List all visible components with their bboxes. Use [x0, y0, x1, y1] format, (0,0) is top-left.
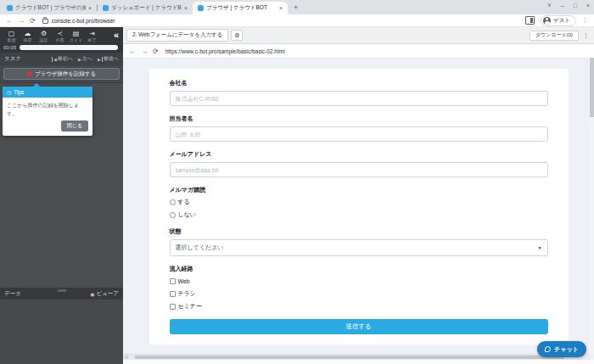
horizontal-scrollbar-handle[interactable]: [135, 356, 564, 359]
task-section-header: タスク ◀ 最初へ ▶ 次へ ▶ 最後へ: [0, 53, 123, 65]
task-header-label: タスク: [4, 55, 21, 63]
skip-to-first-icon: ◀: [52, 57, 57, 62]
vertical-scrollbar[interactable]: [590, 58, 594, 355]
share-icon: ≺: [57, 30, 63, 37]
close-icon[interactable]: ×: [88, 5, 92, 11]
tips-tooltip: ◷ Tips ここから操作の記録を開始します。 閉じる: [3, 87, 92, 136]
new-tab-button[interactable]: +: [294, 3, 298, 12]
side-panel-icon[interactable]: [525, 16, 535, 25]
checkbox-icon[interactable]: [170, 278, 176, 284]
record-row: ブラウザ操作を記録する: [0, 65, 123, 83]
company-name-input[interactable]: [170, 91, 548, 106]
channel-group: 流入経路 Web チラシ セミナー: [170, 265, 548, 311]
option-label: Web: [178, 278, 190, 284]
vertical-scrollbar-handle[interactable]: [590, 58, 594, 117]
go-first-button[interactable]: ◀ 最初へ: [52, 55, 73, 63]
go-next-button[interactable]: ▶ 次へ: [78, 55, 92, 63]
lock-icon: [42, 19, 48, 24]
scroll-left-button[interactable]: [125, 356, 128, 359]
back-icon[interactable]: ←: [6, 17, 13, 25]
forward-icon[interactable]: →: [141, 48, 148, 55]
download-kebab-icon[interactable]: ⋮: [583, 32, 589, 39]
address-bar[interactable]: console.c-bot.pro/browser: [42, 17, 115, 24]
download-button[interactable]: ダウンロード(0): [530, 31, 579, 41]
tab-dashboard[interactable]: ダッシュボード | クラウドBOT ×: [98, 2, 193, 14]
channel-option-web[interactable]: Web: [170, 277, 548, 285]
refresh-icon[interactable]: ⟳: [153, 48, 159, 55]
inner-page-url: https://www.c-bot.pro/sample/basic/basic…: [165, 48, 285, 54]
channel-option-seminar[interactable]: セミナー: [170, 302, 548, 311]
tool-label: 設定: [40, 37, 48, 42]
email-input[interactable]: [170, 162, 548, 177]
tips-body-text: ここから操作の記録を開始します。: [3, 98, 92, 120]
record-browser-button[interactable]: ブラウザ操作を記録する: [3, 68, 120, 80]
status-group: 状態 選択してください ▼: [170, 227, 548, 256]
status-select[interactable]: 選択してください ▼: [170, 239, 548, 256]
channel-label: 流入経路: [170, 265, 548, 273]
new-button[interactable]: ▢ 新規: [3, 30, 20, 42]
nav-label: 最初へ: [58, 55, 73, 63]
chat-label: チャット: [554, 345, 579, 354]
email-group: メールアドレス: [170, 150, 548, 177]
tool-label: 新規: [8, 37, 16, 42]
panel-drag-handle[interactable]: [57, 289, 66, 292]
chevron-down-icon[interactable]: ∨: [547, 2, 552, 8]
forward-icon[interactable]: →: [18, 17, 25, 25]
tab-browser-active[interactable]: ブラウザ | クラウドBOT ×: [193, 2, 288, 14]
data-section-header: データ ◉ ビューア: [0, 288, 123, 300]
main-panel: 2. Webフォームにデータを入力する ⚙ ダウンロード(0) ⋮ ← → ⟳ …: [123, 27, 594, 364]
close-icon[interactable]: ×: [184, 5, 188, 11]
contact-name-input[interactable]: [170, 126, 548, 142]
settings-button[interactable]: ⚙ 設定: [36, 30, 52, 42]
tab-cloudbot-home[interactable]: クラウドBOT | ブラウザの操作を自動... ×: [2, 2, 97, 14]
nav-label: 最後へ: [104, 55, 119, 63]
guest-label: ゲスト: [553, 17, 570, 25]
exit-button[interactable]: ⇥ 終了: [84, 30, 100, 42]
share-button[interactable]: ≺ 共有: [52, 30, 68, 42]
horizontal-scrollbar[interactable]: [123, 354, 590, 360]
checkbox-icon[interactable]: [170, 304, 176, 310]
form-card: 会社名 担当者名 メールアドレス メルマガ購読 する: [149, 69, 569, 344]
step-settings-button[interactable]: ⚙: [231, 30, 243, 41]
channel-option-flyer[interactable]: チラシ: [170, 289, 548, 298]
save-button[interactable]: ☁ 保存: [20, 30, 36, 42]
guide-book-icon: ▤: [73, 30, 80, 37]
maximize-button[interactable]: □: [574, 3, 577, 8]
refresh-icon[interactable]: ⟳: [30, 17, 36, 25]
guide-button[interactable]: ▤ ガイド: [68, 30, 84, 42]
radio-icon[interactable]: [170, 212, 176, 218]
status-select-value: 選択してください: [176, 244, 224, 252]
tab-title: クラウドBOT | ブラウザの操作を自動...: [15, 4, 86, 12]
newsletter-option-no[interactable]: しない: [170, 210, 548, 219]
tool-label: 共有: [56, 37, 64, 42]
collapse-sidebar-icon[interactable]: «: [114, 30, 119, 40]
page-url: console.c-bot.pro/browser: [52, 18, 115, 24]
window-controls: ∨ – □ ×: [547, 2, 590, 8]
chat-button[interactable]: チャット: [537, 341, 586, 357]
viewer-button[interactable]: ◉ ビューア: [90, 290, 119, 298]
tool-buttons: ▢ 新規 ☁ 保存 ⚙ 設定 ≺ 共有 ▤ ガイド: [3, 30, 119, 42]
tool-label: 保存: [24, 37, 32, 42]
go-last-button[interactable]: ▶ 最後へ: [98, 55, 119, 63]
task-nav: ◀ 最初へ ▶ 次へ ▶ 最後へ: [52, 55, 119, 63]
minimize-button[interactable]: –: [561, 3, 564, 8]
menu-kebab-icon[interactable]: ⋮: [582, 17, 588, 24]
toolbar-right-cluster: ゲスト ⋮: [525, 15, 588, 26]
skip-to-last-icon: ▶: [98, 57, 103, 62]
radio-icon[interactable]: [170, 199, 176, 205]
viewer-label: ビューア: [97, 290, 119, 298]
step-tab[interactable]: 2. Webフォームにデータを入力する: [126, 29, 228, 42]
status-strip: [123, 360, 594, 364]
tips-tooltip-header: ◷ Tips: [3, 87, 92, 98]
option-label: チラシ: [178, 289, 197, 298]
close-window-button[interactable]: ×: [586, 3, 590, 8]
tips-close-button[interactable]: 閉じる: [61, 120, 88, 132]
session-timer: 00:05: [3, 45, 119, 50]
profile-button[interactable]: ゲスト: [541, 15, 576, 26]
control-sidebar: ▢ 新規 ☁ 保存 ⚙ 設定 ≺ 共有 ▤ ガイド: [0, 27, 123, 364]
checkbox-icon[interactable]: [170, 291, 176, 297]
close-icon[interactable]: ×: [279, 5, 283, 11]
newsletter-option-yes[interactable]: する: [170, 198, 548, 206]
back-icon[interactable]: ←: [129, 48, 136, 55]
submit-button[interactable]: 送信する: [170, 319, 548, 334]
